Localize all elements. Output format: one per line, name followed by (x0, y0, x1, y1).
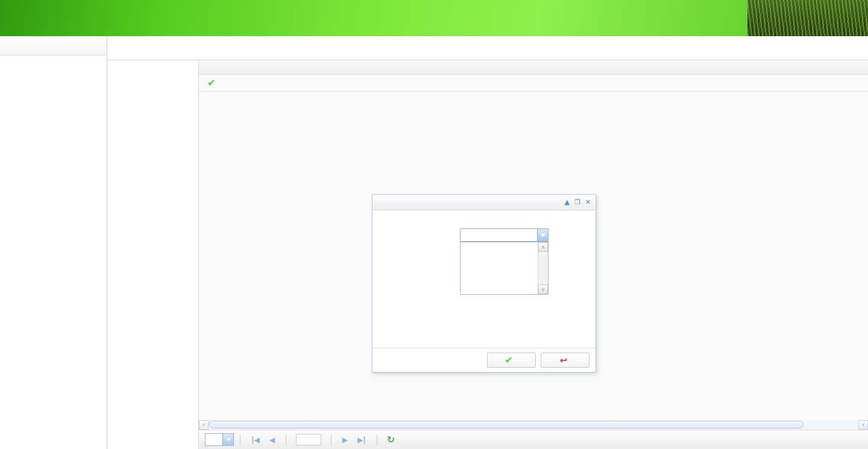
submit-button[interactable]: ✔ (487, 353, 536, 368)
review-result-select[interactable] (460, 228, 549, 242)
divider (331, 435, 332, 445)
first-page-button[interactable]: |◀ (251, 436, 260, 444)
chevron-down-icon[interactable] (222, 434, 233, 446)
scroll-up-icon[interactable]: ∧ (538, 242, 548, 252)
scroll-down-icon[interactable]: ∨ (538, 284, 548, 294)
main-panel: ✔ ▲ ❐ ✕ (199, 60, 868, 449)
page-number-input[interactable] (296, 434, 321, 445)
tab-bar (107, 36, 868, 60)
header-banner (0, 0, 868, 36)
scrollbar-thumb[interactable] (209, 421, 804, 429)
check-icon: ✔ (505, 354, 512, 366)
sidebar-padding (0, 445, 107, 449)
chevron-down-icon[interactable] (537, 229, 548, 241)
divider (286, 435, 286, 445)
prev-page-button[interactable]: ◀ (269, 436, 275, 444)
horizontal-scrollbar[interactable]: ‹ › (199, 420, 868, 430)
dialog-body: ∧ ∨ (373, 210, 596, 348)
grid-toolbar: ✔ (199, 75, 868, 92)
sidebar-spacer (0, 55, 107, 445)
scrollbar-track[interactable] (209, 420, 858, 430)
approval-dialog: ▲ ❐ ✕ ∧ (372, 194, 596, 372)
pagination-bar: |◀ ◀ ▶ ▶| ↻ (199, 430, 868, 449)
approve-button[interactable]: ✔ (204, 76, 221, 90)
close-button[interactable]: ↩ (541, 353, 590, 368)
dialog-footer: ✔ ↩ (373, 348, 596, 372)
welcome-bar (523, 5, 749, 14)
back-arrow-icon: ↩ (560, 355, 568, 366)
scroll-right-icon[interactable]: › (858, 420, 868, 430)
scroll-left-icon[interactable]: ‹ (199, 420, 209, 430)
dialog-maximize-icon[interactable]: ❐ (574, 198, 580, 206)
next-page-button[interactable]: ▶ (342, 436, 348, 444)
header-right (523, 0, 749, 36)
divider (240, 435, 241, 445)
region-tree (107, 60, 199, 449)
reject-reason-field: ∧ ∨ (460, 242, 549, 295)
wheat-field-image (747, 0, 868, 36)
refresh-icon[interactable]: ↻ (387, 434, 395, 445)
dialog-close-icon[interactable]: ✕ (585, 198, 591, 206)
divider (377, 435, 377, 445)
page-size-select[interactable] (205, 433, 234, 446)
last-page-button[interactable]: ▶| (357, 436, 366, 444)
reject-reason-input[interactable] (461, 242, 538, 294)
panel-title (199, 60, 868, 75)
check-icon: ✔ (207, 77, 215, 89)
dialog-titlebar[interactable]: ▲ ❐ ✕ (373, 195, 596, 210)
dialog-collapse-icon[interactable]: ▲ (564, 198, 569, 206)
sidebar-header (0, 36, 107, 55)
sidebar (0, 36, 107, 449)
textarea-scrollbar[interactable]: ∧ ∨ (538, 242, 548, 294)
